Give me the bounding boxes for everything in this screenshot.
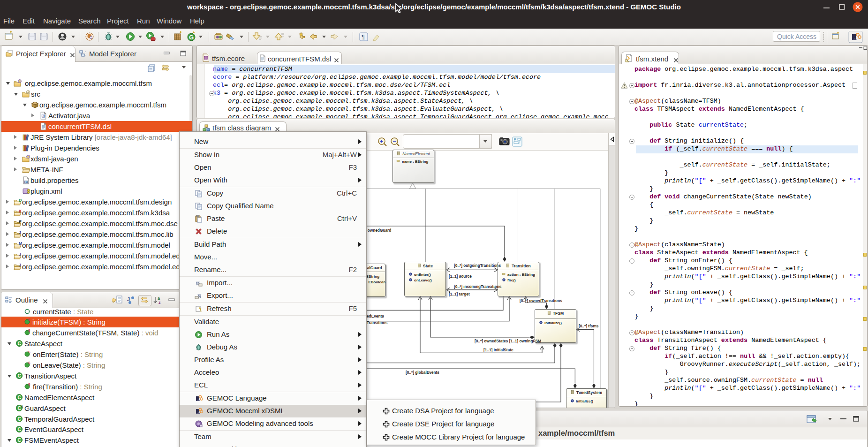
svg-text:E: E <box>19 220 22 224</box>
svg-text:G: G <box>189 34 194 41</box>
svg-text:K: K <box>19 209 22 213</box>
svg-text:S: S <box>28 383 30 386</box>
svg-text:J: J <box>19 252 21 257</box>
svg-text:S: S <box>28 350 30 354</box>
svg-text:M: M <box>19 241 22 246</box>
svg-text:¶: ¶ <box>362 33 365 40</box>
svg-text:J: J <box>19 230 21 235</box>
svg-text:D: D <box>19 198 22 203</box>
svg-text:S: S <box>28 361 30 364</box>
svg-text:S: S <box>28 318 30 321</box>
svg-text:J: J <box>19 263 21 267</box>
svg-text:A: A <box>21 404 23 409</box>
svg-text:S: S <box>28 329 30 332</box>
svg-text:z: z <box>159 300 161 305</box>
